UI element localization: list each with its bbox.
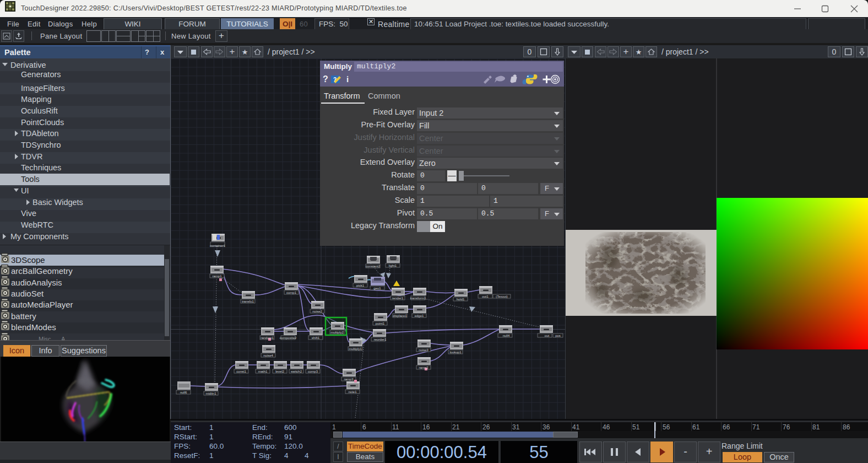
svg-text:light1: light1 [389,264,397,267]
svg-text:reorder1: reorder1 [374,338,387,341]
svg-text:46: 46 [603,423,610,431]
svg-text:26: 26 [482,423,490,431]
svg-text:constant2: constant2 [366,265,381,268]
svg-text:container1: container1 [210,244,226,247]
svg-text:56: 56 [663,423,670,431]
svg-text:31: 31 [512,423,520,431]
svg-text:hold1: hold1 [457,298,465,301]
svg-text:36: 36 [542,423,550,431]
svg-text:midiin1: midiin1 [205,392,216,395]
svg-text:comp3: comp3 [308,370,318,373]
svg-text:lookup1: lookup1 [449,351,462,354]
svg-text:note1: note1 [348,390,357,394]
svg-text:86: 86 [843,423,850,431]
svg-text:level2: level2 [275,370,284,373]
svg-text:51: 51 [632,423,640,431]
svg-text:edge1: edge1 [415,314,424,317]
svg-text:random1: random1 [261,336,274,340]
svg-text:out: out [545,334,550,337]
svg-text:pick1: pick1 [356,284,365,287]
svg-text:6: 6 [362,423,366,431]
svg-text:multiply1: multiply1 [349,347,362,351]
svg-text:21: 21 [452,423,460,431]
svg-text:66: 66 [723,423,730,431]
svg-text:out1: out1 [482,295,489,298]
svg-text:geo1: geo1 [373,287,381,290]
svg-text:multiply2: multiply2 [330,331,344,334]
svg-text:81: 81 [812,423,820,431]
svg-text:null4: null4 [503,334,510,337]
svg-text:11: 11 [392,423,399,431]
svg-text:shift1: shift1 [312,336,320,340]
svg-text:comp1: comp1 [286,291,297,294]
svg-text:61: 61 [692,423,700,431]
svg-text:71: 71 [752,423,760,431]
svg-text:transfo1: transfo1 [242,300,254,303]
svg-text:41: 41 [572,423,580,431]
svg-text:noise3: noise3 [419,348,428,352]
svg-text:displace1: displace1 [393,314,407,317]
svg-text:pos: pos [555,334,561,337]
svg-text:transform1: transform1 [410,297,426,300]
svg-text:16: 16 [422,423,430,431]
svg-text:render1: render1 [392,297,404,300]
svg-text:switch2: switch2 [291,370,302,373]
svg-text:point1: point1 [376,322,385,325]
svg-text:math1: math1 [258,370,268,373]
svg-text:noise4: noise4 [263,354,273,357]
svg-text:const1: const1 [236,370,246,373]
svg-text:1: 1 [332,423,336,431]
svg-text:ramp2: ramp2 [419,366,428,369]
svg-text:composite2: composite2 [280,336,297,340]
svg-text:ramp3: ramp3 [344,378,354,381]
svg-text:76: 76 [783,423,790,431]
svg-text:(Texout): (Texout) [496,295,508,298]
svg-text:noise2: noise2 [312,310,322,313]
svg-text:ramp1: ramp1 [212,274,222,278]
svg-text:?: ? [333,77,337,83]
svg-text:null6: null6 [180,391,187,394]
